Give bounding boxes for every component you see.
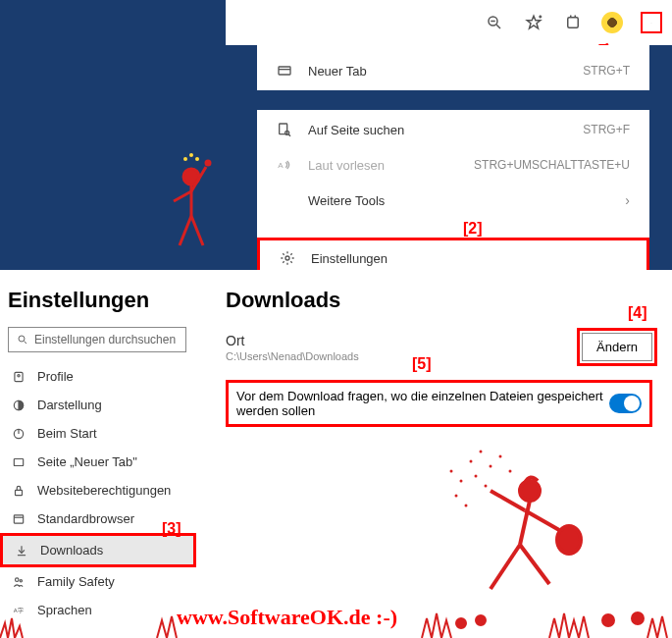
- svg-point-56: [490, 465, 492, 468]
- svg-point-67: [602, 614, 614, 626]
- menu-shortcut: STRG+T: [583, 64, 630, 78]
- svg-point-53: [557, 526, 581, 554]
- collections-icon[interactable]: [562, 12, 584, 33]
- sidebar-item-downloads[interactable]: Downloads: [0, 533, 196, 567]
- svg-point-68: [632, 612, 644, 624]
- toggle-label: Vor dem Download fragen, wo die einzelne…: [236, 389, 609, 418]
- power-icon: [12, 427, 27, 441]
- sidebar-item-family[interactable]: Family Safety: [0, 567, 196, 596]
- menu-label: Neuer Tab: [300, 64, 583, 79]
- svg-rect-14: [279, 67, 290, 75]
- menu-label: Laut vorlesen: [300, 158, 474, 173]
- cartoon-figure-1: [162, 147, 221, 255]
- lock-icon: [12, 484, 27, 498]
- settings-sidebar: Einstellungen Einstellungen durchsuchen …: [0, 270, 196, 638]
- sidebar-item-appearance[interactable]: Darstellung: [0, 391, 196, 419]
- profile-avatar[interactable]: [601, 12, 623, 33]
- chevron-right-icon: ›: [625, 192, 630, 208]
- svg-point-59: [499, 455, 502, 458]
- svg-point-45: [20, 579, 22, 581]
- svg-rect-16: [280, 124, 287, 134]
- svg-marker-3: [527, 16, 541, 28]
- menu-shortcut: STRG+F: [583, 123, 630, 136]
- svg-point-61: [485, 485, 488, 488]
- sidebar-label: Websiteberechtigungen: [37, 483, 171, 498]
- settings-search-input[interactable]: Einstellungen durchsuchen: [8, 327, 186, 352]
- svg-point-63: [465, 505, 468, 507]
- sidebar-label: Family Safety: [37, 574, 115, 589]
- svg-text:A: A: [278, 161, 284, 170]
- menu-cutoff: [257, 90, 649, 110]
- menu-label: Einstellungen: [303, 251, 627, 266]
- download-location-row: Ort C:\Users\Nenad\Downloads Ändern: [226, 333, 652, 362]
- profile-icon: [12, 370, 27, 384]
- svg-line-52: [520, 545, 549, 584]
- svg-point-55: [480, 451, 483, 453]
- svg-point-29: [189, 153, 193, 157]
- menu-shortcut: STRG+UMSCHALTTASTE+U: [474, 158, 630, 172]
- change-location-button[interactable]: Ändern: [582, 333, 652, 361]
- browser-menu-dropdown: Neuer Tab STRG+T Auf Seite suchen STRG+F…: [257, 45, 649, 287]
- search-placeholder: Einstellungen durchsuchen: [34, 333, 176, 346]
- annotation-3: [3]: [162, 520, 181, 538]
- read-aloud-icon: A: [277, 157, 300, 173]
- sidebar-label: Profile: [37, 369, 74, 384]
- sidebar-label: Beim Start: [37, 426, 97, 441]
- svg-line-51: [491, 545, 520, 589]
- sidebar-title: Einstellungen: [0, 288, 196, 327]
- sidebar-label: Darstellung: [37, 398, 102, 412]
- svg-rect-40: [14, 514, 23, 522]
- svg-rect-38: [14, 458, 23, 465]
- svg-rect-39: [16, 490, 23, 495]
- svg-point-28: [183, 157, 187, 161]
- search-icon: [17, 334, 28, 346]
- gear-icon: [280, 250, 303, 266]
- svg-line-18: [288, 134, 290, 136]
- appearance-icon: [12, 399, 27, 412]
- svg-point-31: [19, 336, 25, 342]
- svg-point-47: [520, 481, 540, 501]
- svg-point-58: [475, 475, 478, 478]
- sidebar-label: Downloads: [40, 543, 103, 558]
- annotation-2: [2]: [463, 220, 672, 238]
- svg-point-62: [509, 470, 512, 473]
- sidebar-item-newtab[interactable]: Seite „Neuer Tab": [0, 448, 196, 476]
- svg-point-20: [285, 256, 289, 260]
- svg-point-57: [460, 480, 463, 483]
- sidebar-item-startup[interactable]: Beim Start: [0, 419, 196, 448]
- location-label: Ort: [226, 333, 359, 348]
- menu-find[interactable]: Auf Seite suchen STRG+F: [257, 112, 649, 147]
- more-button[interactable]: [641, 12, 662, 33]
- svg-point-54: [470, 460, 473, 463]
- svg-line-23: [174, 191, 191, 201]
- annotation-4: [4]: [628, 304, 647, 322]
- svg-point-64: [450, 470, 453, 473]
- svg-line-26: [191, 216, 203, 245]
- menu-label: Auf Seite suchen: [300, 123, 583, 137]
- page-search-icon: [277, 122, 300, 137]
- family-icon: [12, 575, 27, 589]
- ask-before-download-row: Vor dem Download fragen, wo die einzelne…: [226, 380, 652, 427]
- svg-point-66: [476, 615, 486, 625]
- menu-label: Weitere Tools: [300, 193, 625, 208]
- svg-point-65: [456, 618, 466, 628]
- annotation-5: [5]: [412, 355, 432, 373]
- download-icon: [15, 544, 30, 558]
- favorites-icon[interactable]: [523, 12, 544, 33]
- svg-point-30: [195, 157, 199, 161]
- sidebar-item-permissions[interactable]: Websiteberechtigungen: [0, 476, 196, 505]
- location-path: C:\Users\Nenad\Downloads: [226, 350, 359, 362]
- footer-url: www.SoftwareOK.de :-): [177, 605, 397, 630]
- menu-new-tab[interactable]: Neuer Tab STRG+T: [257, 53, 649, 88]
- content-title: Downloads: [226, 288, 652, 313]
- sidebar-label: Standardbrowser: [37, 511, 134, 526]
- menu-read-aloud[interactable]: A Laut vorlesen STRG+UMSCHALTTASTE+U: [257, 147, 649, 183]
- cartoon-figure-2: [422, 432, 598, 609]
- sidebar-item-profile[interactable]: Profile: [0, 362, 196, 391]
- svg-point-34: [18, 374, 20, 376]
- svg-point-60: [455, 495, 458, 498]
- sidebar-label: Seite „Neuer Tab": [37, 454, 137, 469]
- zoom-out-icon[interactable]: [484, 12, 505, 33]
- menu-more-tools[interactable]: Weitere Tools ›: [257, 183, 649, 218]
- ask-before-download-toggle[interactable]: [609, 394, 642, 413]
